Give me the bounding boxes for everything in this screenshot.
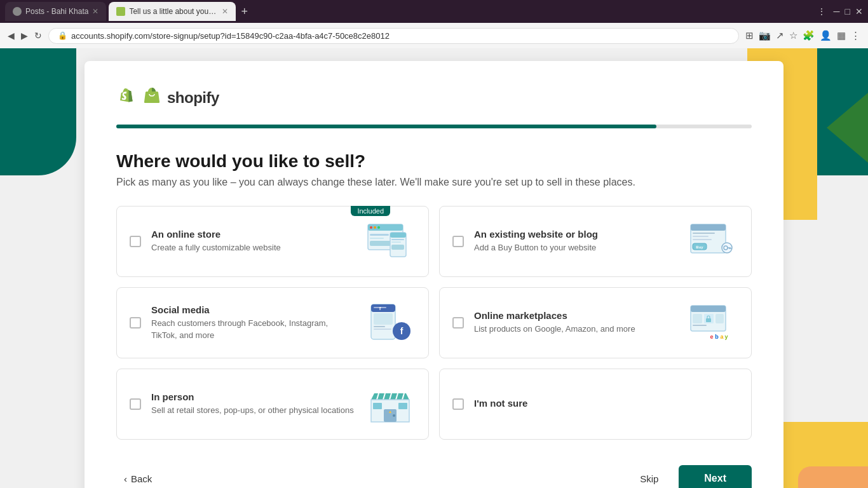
checkbox-existing-website[interactable]	[452, 236, 464, 247]
checkbox-online-store[interactable]	[130, 236, 141, 247]
tab-arrows: ⋮	[817, 6, 826, 17]
tab-title-2: Tell us a little about yourself — S	[129, 7, 218, 16]
tab-favicon-2	[116, 7, 125, 16]
svg-rect-30	[374, 329, 391, 330]
svg-rect-6	[370, 238, 384, 239]
tab-close-1[interactable]: ✕	[92, 7, 98, 16]
tab-favicon-1	[13, 7, 22, 16]
option-image-not-sure	[688, 384, 738, 425]
svg-rect-9	[390, 233, 406, 238]
option-card-existing-website[interactable]: An existing website or blog Add a Buy Bu…	[439, 206, 752, 277]
svg-text:y: y	[724, 334, 728, 340]
skip-button[interactable]: Skip	[630, 468, 668, 489]
tab-bar: Posts - Bahi Khata ✕ Tell us a little ab…	[0, 0, 868, 23]
tab-bahi-khata[interactable]: Posts - Bahi Khata ✕	[5, 2, 106, 21]
option-image-online-store	[365, 219, 416, 264]
page-wrapper: shopify Where would you like to sell? Pi…	[0, 48, 868, 488]
svg-text:f: f	[400, 326, 403, 336]
shopify-logo-icon	[116, 88, 137, 108]
option-card-marketplaces[interactable]: Online marketplaces List products on Goo…	[439, 287, 752, 358]
camera-icon[interactable]: 📷	[759, 30, 771, 41]
close-window-button[interactable]: ✕	[855, 6, 863, 17]
option-desc-existing-website: Add a Buy Button to your website	[474, 242, 677, 254]
svg-rect-15	[693, 233, 715, 234]
svg-text:f: f	[379, 306, 381, 311]
svg-rect-2	[370, 226, 372, 229]
bg-deco-topleft	[0, 48, 76, 175]
option-content-existing-website: An existing website or blog Add a Buy Bu…	[474, 229, 677, 254]
option-card-social-media[interactable]: Social media Reach customers through Fac…	[116, 287, 429, 358]
svg-text:b: b	[715, 334, 719, 340]
address-bar: ◀ ▶ ↻ 🔒 accounts.shopify.com/store-signu…	[0, 23, 868, 48]
option-card-not-sure[interactable]: I'm not sure	[439, 369, 752, 440]
page-title: Where would you like to sell?	[116, 151, 752, 172]
logo-bag	[142, 86, 162, 109]
browser-chrome: Posts - Bahi Khata ✕ Tell us a little ab…	[0, 0, 868, 48]
minimize-button[interactable]: ─	[834, 6, 840, 17]
profile-icon[interactable]: 👤	[820, 30, 832, 41]
bookmark-icon[interactable]: ☆	[789, 30, 797, 41]
included-badge: Included	[351, 206, 390, 216]
online-store-svg	[365, 221, 416, 262]
option-content-online-store: An online store Create a fully customiza…	[151, 229, 355, 254]
checkbox-not-sure[interactable]	[452, 398, 464, 410]
menu-icon[interactable]: ⋮	[851, 30, 860, 41]
maximize-button[interactable]: □	[845, 6, 850, 17]
svg-rect-28	[374, 313, 393, 325]
deco-arrow-right	[827, 93, 868, 163]
svg-rect-36	[693, 314, 702, 323]
website-svg: Buy	[688, 221, 738, 262]
option-desc-marketplaces: List products on Google, Amazon, and mor…	[474, 323, 677, 335]
extension-icon[interactable]: 🧩	[803, 30, 815, 41]
option-title-not-sure: I'm not sure	[474, 398, 677, 409]
translate-icon[interactable]: ⊞	[745, 30, 754, 41]
bag-svg	[142, 86, 162, 109]
option-card-online-store[interactable]: Included An online store Create a fully …	[116, 206, 429, 277]
options-grid: Included An online store Create a fully …	[116, 206, 752, 440]
tab-list-icon[interactable]: ⋮	[817, 6, 826, 17]
option-image-existing-website: Buy	[688, 219, 738, 264]
option-card-in-person[interactable]: In person Sell at retail stores, pop-ups…	[116, 369, 429, 440]
footer-right: Skip Next	[630, 465, 752, 488]
tab-shopify[interactable]: Tell us a little about yourself — S ✕	[109, 2, 236, 21]
svg-rect-14	[691, 224, 726, 231]
marketplace-svg: e b a y	[688, 302, 738, 344]
forward-nav-button[interactable]: ▶	[21, 30, 28, 41]
svg-rect-11	[391, 241, 401, 243]
tab-close-2[interactable]: ✕	[222, 7, 228, 16]
svg-text:Buy: Buy	[696, 245, 703, 249]
svg-rect-55	[398, 403, 407, 409]
address-input[interactable]: 🔒 accounts.shopify.com/store-signup/setu…	[48, 28, 739, 44]
svg-rect-35	[691, 306, 726, 312]
lock-icon: 🔒	[58, 31, 67, 40]
back-button[interactable]: ‹ Back	[116, 468, 159, 489]
svg-text:a: a	[720, 334, 724, 340]
deco-coral-bottom	[798, 466, 868, 488]
svg-rect-45	[706, 318, 711, 322]
share-icon[interactable]: ↗	[776, 30, 784, 41]
checkbox-marketplaces[interactable]	[452, 317, 464, 329]
svg-text:e: e	[710, 334, 713, 340]
svg-rect-16	[693, 236, 709, 237]
option-content-not-sure: I'm not sure	[474, 398, 677, 411]
new-tab-button[interactable]: +	[238, 5, 250, 18]
option-desc-social-media: Reach customers through Facebook, Instag…	[151, 318, 355, 341]
reload-button[interactable]: ↻	[34, 30, 42, 41]
option-content-in-person: In person Sell at retail stores, pop-ups…	[151, 391, 355, 416]
svg-rect-39	[693, 325, 707, 326]
option-image-social-media: f f	[365, 301, 416, 345]
next-button[interactable]: Next	[679, 465, 752, 488]
checkbox-in-person[interactable]	[130, 398, 141, 410]
address-text: accounts.shopify.com/store-signup/setup?…	[71, 31, 390, 41]
option-title-online-store: An online store	[151, 229, 355, 240]
main-card: shopify Where would you like to sell? Pi…	[85, 61, 783, 488]
footer: ‹ Back Skip Next	[116, 455, 752, 488]
back-arrow-icon: ‹	[124, 473, 127, 484]
checkbox-social-media[interactable]	[130, 317, 141, 329]
svg-rect-54	[373, 403, 382, 409]
svg-rect-38	[715, 314, 724, 323]
logo-text: shopify	[167, 89, 219, 107]
back-nav-button[interactable]: ◀	[8, 30, 15, 41]
sidebar-icon[interactable]: ▦	[837, 30, 846, 41]
in-person-svg: !	[365, 384, 416, 425]
